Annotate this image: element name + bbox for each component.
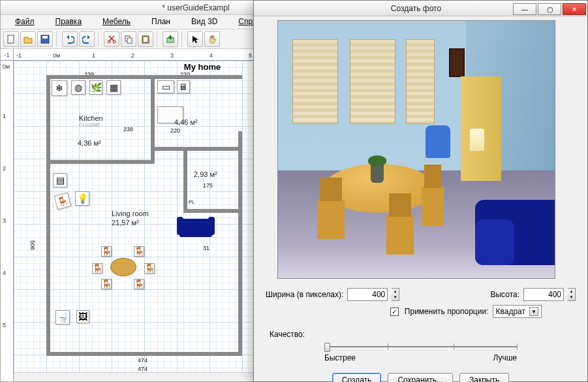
height-spinner[interactable]: ▲▼ (568, 288, 576, 301)
close-icon[interactable]: ✕ (563, 3, 586, 15)
dim-bottom: 474 (138, 357, 147, 364)
chair3d-right-icon (422, 187, 444, 226)
sofa3d-icon (475, 200, 555, 265)
menu-view3d[interactable]: Вид 3D (181, 15, 228, 29)
furn-art-icon[interactable]: 🖼 (76, 310, 89, 323)
quality-fast-label: Быстрее (324, 353, 356, 362)
furn-fridge-icon[interactable]: ❄ (52, 80, 67, 96)
width-spinner[interactable]: ▲▼ (392, 288, 399, 301)
undo-icon[interactable] (62, 31, 78, 47)
render-preview (277, 20, 555, 279)
menu-edit[interactable]: Правка (45, 15, 93, 29)
furn-toilet-icon[interactable]: 🚽 (55, 310, 70, 325)
pl-label: PL (189, 199, 195, 205)
main-title: * userGuideExampl (162, 3, 229, 12)
furn-chair-d-icon[interactable]: 🪑 (144, 263, 155, 274)
dim-lr-left: 506 (29, 240, 36, 250)
svg-rect-8 (144, 37, 147, 42)
quality-label: Качество: (270, 330, 305, 339)
menu-furniture[interactable]: Мебель (92, 15, 141, 29)
lr-area: 21,57 м² (112, 219, 139, 227)
window3d-3-icon (406, 39, 435, 124)
furn-sink-icon[interactable]: ◍ (71, 80, 85, 95)
furn-lamp-icon[interactable]: 💡 (75, 191, 89, 206)
copy-icon[interactable] (121, 31, 136, 47)
bedroom-area: 4,46 м² (174, 118, 198, 126)
window3d-1-icon (292, 39, 338, 124)
furn-plant-icon[interactable]: 🌿 (89, 80, 102, 95)
paste-icon[interactable] (138, 31, 153, 47)
svg-rect-6 (127, 38, 132, 43)
kitchen-label: Kitchen (79, 114, 103, 122)
new-icon[interactable] (3, 31, 19, 47)
svg-rect-2 (42, 36, 48, 39)
height-input[interactable] (523, 288, 564, 301)
furn-desk-icon[interactable]: ▭ (157, 80, 174, 93)
furn-monitor-icon[interactable]: 🖥 (177, 80, 190, 93)
house-plan: ❄ ◍ 🌿 ▦ Kitchen CUISINE 4,36 м² 238 ▭ 🖥 … (46, 75, 242, 356)
furn-chair-c-icon[interactable]: 🪑 (92, 263, 102, 274)
picture3d-icon (449, 48, 465, 77)
width-input[interactable] (347, 288, 388, 301)
dialog-titlebar[interactable]: Создать фото — ▢ ✕ (254, 1, 587, 16)
bath-area: 2,93 м² (194, 170, 217, 178)
window3d-2-icon (350, 39, 395, 124)
furn-chair1-icon[interactable]: 🪑 (54, 193, 72, 210)
ratio-checkbox[interactable]: ✓ (390, 308, 399, 316)
furn-chair-b-icon[interactable]: 🪑 (134, 246, 144, 257)
hand-icon[interactable] (204, 31, 220, 47)
ratio-dropdown[interactable]: Квадрат ▼ (493, 305, 542, 318)
save-icon[interactable] (37, 31, 53, 47)
furn-stove-icon[interactable]: ▦ (106, 80, 121, 95)
dialog-form: Ширина (в пикселах): ▲▼ Высота: ▲▼ ✓ При… (254, 285, 587, 326)
create-photo-dialog: Создать фото — ▢ ✕ Ширина (в пикселах): … (253, 0, 588, 382)
lamp3d-icon (470, 129, 484, 151)
ruler-corner: -1 (1, 49, 14, 61)
maximize-icon[interactable]: ▢ (538, 3, 561, 15)
cut-icon[interactable] (104, 31, 119, 47)
furn-chair-a-icon[interactable]: 🪑 (101, 246, 112, 257)
close-button[interactable]: Закрыть (459, 373, 509, 382)
dialog-title: Создать фото (319, 4, 513, 13)
dialog-buttons: Создать Сохранить... Закрыть (254, 369, 587, 382)
redo-icon[interactable] (79, 31, 95, 47)
furn-chair-e-icon[interactable]: 🪑 (101, 279, 112, 289)
width-label: Ширина (в пикселах): (266, 290, 343, 299)
dim-k-w: 238 (123, 126, 133, 133)
furn-table-icon[interactable] (110, 258, 136, 276)
ratio-label: Применить пропорции: (405, 307, 489, 316)
dim-bottom2: 474 (138, 366, 147, 372)
plan-title: My home (184, 62, 221, 72)
quality-slider[interactable] (324, 342, 517, 352)
create-button[interactable]: Создать (332, 373, 382, 382)
furn-sofa-icon[interactable] (179, 219, 212, 237)
furn-shelf-icon[interactable]: ▤ (53, 173, 67, 187)
save-button[interactable]: Сохранить... (388, 373, 453, 382)
chair3d-front-icon (386, 215, 414, 255)
svg-rect-0 (8, 35, 14, 43)
furn-chair-f-icon[interactable]: 🪑 (134, 279, 144, 289)
dim-bath-w: 175 (203, 182, 213, 189)
dim-side: 31 (203, 245, 209, 251)
chair3d-left-icon (317, 200, 345, 239)
officechair3d-icon (426, 125, 450, 158)
pointer-icon[interactable] (187, 31, 203, 47)
kitchen-area: 4,36 м² (78, 139, 101, 147)
vase3d-icon (371, 163, 384, 183)
cuisine-label: CUISINE (79, 122, 100, 128)
minimize-icon[interactable]: — (513, 3, 536, 15)
height-label: Высота: (490, 290, 519, 299)
add-furniture-icon[interactable] (162, 31, 178, 47)
menu-plan[interactable]: План (141, 15, 181, 29)
dim-lr-w: 220 (170, 127, 180, 134)
lr-label: Living room (112, 210, 149, 217)
chevron-down-icon: ▼ (529, 307, 538, 316)
ruler-vertical: 0м 1 2 3 4 5 (1, 61, 14, 381)
quality-best-label: Лучше (493, 353, 517, 362)
open-icon[interactable] (20, 31, 36, 47)
menu-file[interactable]: Файл (5, 15, 45, 29)
ratio-value: Квадрат (496, 307, 526, 316)
